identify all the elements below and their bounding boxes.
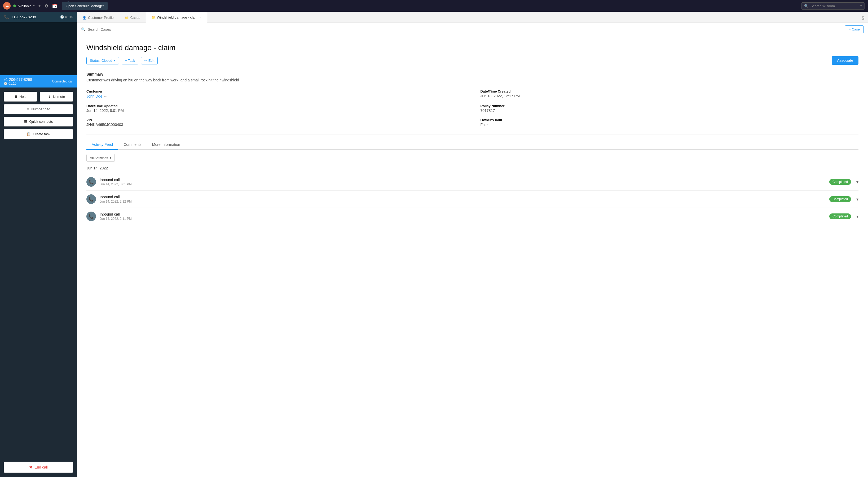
customer-link[interactable]: John Doe ··· <box>86 94 465 99</box>
cases-tab-icon: 📁 <box>125 16 129 20</box>
case-search-container: 🔍 <box>81 27 845 32</box>
schedule-tooltip[interactable]: Open Schedule Manager <box>62 2 108 10</box>
activity-title-0: Inbound call <box>100 178 826 182</box>
status-button[interactable]: Status: Closed ▾ <box>86 57 119 64</box>
connected-number: +1 206-577-8298 <box>4 78 32 82</box>
phone-call-icon-0: 📞 <box>89 179 94 184</box>
hold-icon: ⏸ <box>14 95 18 99</box>
tab-cases[interactable]: 📁 Cases <box>119 12 146 23</box>
availability-dot <box>13 4 16 7</box>
cases-tab-label: Cases <box>130 16 140 20</box>
unmute-button[interactable]: 🎙 Unmute <box>40 92 73 101</box>
app-logo: ☁ <box>3 2 10 9</box>
plus-icon[interactable]: + <box>38 3 41 8</box>
activity-list: 📞 Inbound call Jun 14, 2022, 8:01 PM Com… <box>86 173 859 225</box>
top-bar: ☁ Available ▾ + ⚙ 📅 Open Schedule Manage… <box>0 0 868 12</box>
number-pad-button[interactable]: ⠿ Number pad <box>4 104 73 114</box>
case-title: Windshield damage - claim <box>86 43 859 52</box>
tab-customer-profile[interactable]: 👤 Customer Profile <box>77 12 119 23</box>
vin-value: JH4KA4650JC000403 <box>86 122 465 127</box>
calendar-icon[interactable]: 📅 <box>52 3 57 8</box>
customer-tab-label: Customer Profile <box>88 16 114 20</box>
hold-unmute-row: ⏸ Hold 🎙 Unmute <box>4 92 73 101</box>
field-policy: Policy Number 7017817 <box>480 104 859 113</box>
completed-badge-2: Completed <box>829 213 851 219</box>
task-button[interactable]: + Task <box>122 57 138 64</box>
wisdom-search-container: 🔍 ▾ <box>801 2 865 9</box>
tab-bar: 👤 Customer Profile 📁 Cases 📁 Windshield … <box>77 12 868 23</box>
tab-activity-feed[interactable]: Activity Feed <box>86 140 118 150</box>
top-bar-icons: + ⚙ 📅 <box>38 3 57 8</box>
call-status-bar: +1 206-577-8298 🕐 01:10 Connected call <box>0 75 77 88</box>
tab-more-information[interactable]: More Information <box>147 140 186 150</box>
owners-fault-value: False <box>480 122 859 127</box>
clock-small-icon: 🕐 <box>4 82 7 85</box>
search-icon: 🔍 <box>81 27 86 32</box>
call-number: +12065778298 <box>11 15 36 19</box>
case-detail: Windshield damage - claim Status: Closed… <box>77 36 868 477</box>
activity-avatar-1: 📞 <box>86 195 96 204</box>
activity-title-2: Inbound call <box>100 212 826 216</box>
expand-button-1[interactable]: ▾ <box>856 197 859 202</box>
gear-icon[interactable]: ⚙ <box>44 3 48 8</box>
activity-item-1: 📞 Inbound call Jun 14, 2022, 2:12 PM Com… <box>86 191 859 208</box>
availability-chevron: ▾ <box>33 4 35 8</box>
create-task-icon: 📋 <box>27 132 31 136</box>
end-call-icon: ✖ <box>29 465 32 469</box>
main-layout: 📞 +12065778298 🕐 01:10 +1 206-577-8298 🕐… <box>0 12 868 477</box>
case-search-input[interactable] <box>88 27 845 32</box>
status-chevron-icon: ▾ <box>114 59 116 62</box>
end-call-button[interactable]: ✖ End call <box>4 461 73 473</box>
completed-badge-1: Completed <box>829 196 851 202</box>
wisdom-chevron-icon: ▾ <box>860 4 862 8</box>
windshield-tab-close[interactable]: × <box>200 16 202 19</box>
add-case-button[interactable]: + Case <box>845 26 864 33</box>
expand-button-0[interactable]: ▾ <box>856 179 859 184</box>
activity-avatar-2: 📞 <box>86 212 96 221</box>
field-customer: Customer John Doe ··· <box>86 89 465 99</box>
sidebar-controls: ⏸ Hold 🎙 Unmute ⠿ Number pad ☰ Quick con… <box>0 88 77 477</box>
availability-selector[interactable]: Available ▾ <box>13 4 35 8</box>
create-task-button[interactable]: 📋 Create task <box>4 129 73 139</box>
completed-badge-0: Completed <box>829 179 851 185</box>
activity-info-2: Inbound call Jun 14, 2022, 2:11 PM <box>100 212 826 220</box>
clock-icon: 🕐 <box>60 15 64 19</box>
wisdom-search-icon: 🔍 <box>804 4 808 8</box>
share-button[interactable]: ⎘ <box>858 13 868 23</box>
activity-time-1: Jun 14, 2022, 2:12 PM <box>100 200 826 203</box>
connected-timer: 🕐 01:10 <box>4 82 32 85</box>
phone-icon: 📞 <box>4 14 9 19</box>
activity-info-0: Inbound call Jun 14, 2022, 8:01 PM <box>100 178 826 186</box>
activity-item-2: 📞 Inbound call Jun 14, 2022, 2:11 PM Com… <box>86 208 859 225</box>
activity-item-0: 📞 Inbound call Jun 14, 2022, 8:01 PM Com… <box>86 173 859 191</box>
call-info-bar: 📞 +12065778298 🕐 01:10 <box>0 12 77 22</box>
numpad-icon: ⠿ <box>27 107 29 111</box>
filter-chevron-icon: ▾ <box>110 156 111 160</box>
activity-date-header: Jun 14, 2022 <box>86 166 859 170</box>
tab-comments[interactable]: Comments <box>118 140 147 150</box>
activity-info-1: Inbound call Jun 14, 2022, 2:12 PM <box>100 195 826 203</box>
content-area: 👤 Customer Profile 📁 Cases 📁 Windshield … <box>77 12 868 477</box>
policy-value: 7017817 <box>480 109 859 113</box>
case-summary: Summary Customer was driving on i90 on t… <box>86 72 859 83</box>
tab-windshield[interactable]: 📁 Windshield damage - cla... × <box>146 12 208 23</box>
call-timer: 🕐 01:10 <box>60 15 73 19</box>
quick-connects-button[interactable]: ☰ Quick connects <box>4 117 73 126</box>
date-created-value: Jun 13, 2022, 12:17 PM <box>480 94 859 98</box>
field-date-created: Date/Time Created Jun 13, 2022, 12:17 PM <box>480 89 859 99</box>
activity-time-0: Jun 14, 2022, 8:01 PM <box>100 182 826 186</box>
edit-button[interactable]: ✏ Edit <box>141 57 158 64</box>
field-vin: VIN JH4KA4650JC000403 <box>86 118 465 127</box>
hold-button[interactable]: ⏸ Hold <box>4 92 37 101</box>
case-search-bar: 🔍 + Case <box>77 23 868 36</box>
expand-button-2[interactable]: ▾ <box>856 214 859 219</box>
date-updated-value: Jun 14, 2022, 8:01 PM <box>86 109 465 113</box>
quick-connects-icon: ☰ <box>24 120 27 124</box>
activity-time-2: Jun 14, 2022, 2:11 PM <box>100 217 826 220</box>
wisdom-search-input[interactable] <box>810 4 858 8</box>
connected-label: Connected call <box>52 80 73 83</box>
case-actions: Status: Closed ▾ + Task ✏ Edit Associate <box>86 56 859 65</box>
associate-button[interactable]: Associate <box>832 56 859 65</box>
inner-tabs: Activity Feed Comments More Information <box>86 140 859 150</box>
all-activities-filter-button[interactable]: All Activities ▾ <box>86 154 115 162</box>
